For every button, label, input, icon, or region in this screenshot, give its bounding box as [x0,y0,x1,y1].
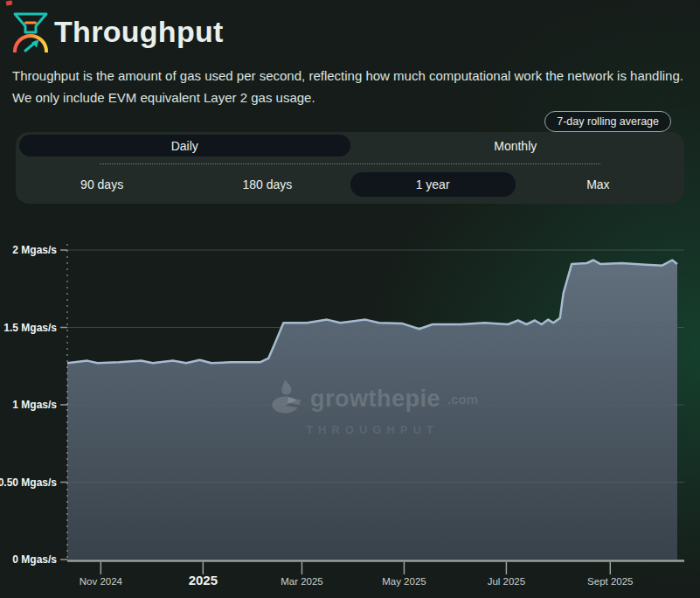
chart-controls-panel: Daily Monthly 90 days 180 days 1 year Ma… [16,132,684,204]
x-axis-label: May 2025 [382,576,426,587]
y-axis-label: 2 Mgas/s [12,244,57,256]
x-axis-label: Mar 2025 [281,576,323,587]
x-axis-label: 2025 [189,573,218,588]
area-series[interactable] [67,261,677,560]
throughput-chart[interactable]: 2 Mgas/s1.5 Mgas/s1 Mgas/s0.50 Mgas/s0 M… [0,0,700,598]
y-axis-label: 1 Mgas/s [12,399,57,411]
range-1y-button[interactable]: 1 year [350,172,516,197]
range-max-button[interactable]: Max [516,172,681,197]
range-180d-button[interactable]: 180 days [184,172,350,197]
x-axis-label: Sept 2025 [587,576,633,587]
range-selector: 90 days 180 days 1 year Max [19,172,681,197]
x-axis-label: Jul 2025 [488,576,525,587]
y-axis-label: 0.50 Mgas/s [0,476,57,489]
controls-divider [100,163,600,164]
rolling-average-badge: 7-day rolling average [544,111,671,132]
daily-button[interactable]: Daily [19,135,350,156]
x-axis-label: Nov 2024 [80,576,123,587]
monthly-button[interactable]: Monthly [350,135,682,156]
range-90d-button[interactable]: 90 days [19,172,184,197]
y-axis-label: 1.5 Mgas/s [3,322,57,334]
frequency-toggle: Daily Monthly [19,135,681,156]
y-axis-label: 0 Mgas/s [12,553,57,566]
